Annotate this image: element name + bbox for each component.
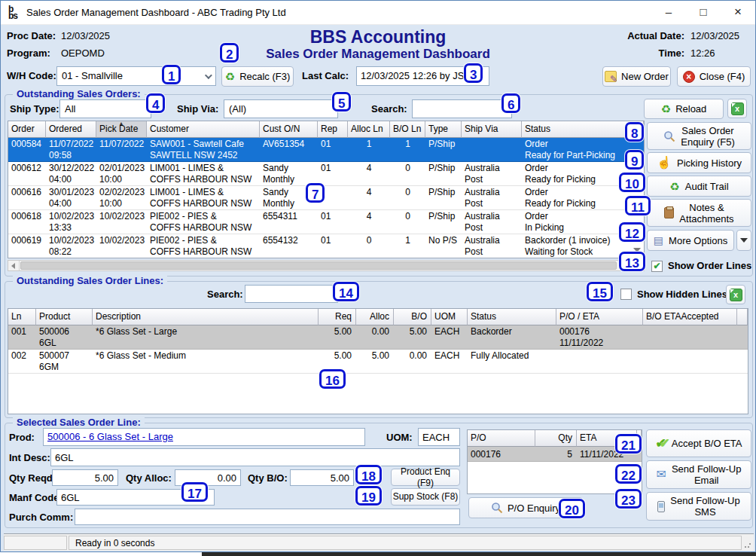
new-order-button[interactable]: ✎ New Order [602,66,671,87]
orders-search-input[interactable] [412,99,512,118]
sales-order-enquiry-button[interactable]: Sales OrderEnquiry (F5) [647,122,751,150]
picking-history-button[interactable]: ☝ Picking History [647,152,751,173]
last-calc-value: 12/03/2025 12:26 by JS2 [361,70,470,81]
qty-bo-field: 5.00 [290,469,354,486]
show-hidden-lines-checkbox[interactable] [620,287,632,301]
sms-label-1: Send Follow-Up [670,495,740,506]
callout-badge-9: 9 [625,150,644,170]
col-bo-eta-accepted[interactable]: B/O ETAAccepted [643,309,737,325]
excel-icon: x [730,289,742,301]
line-row-002[interactable]: 002 5000076GM *6 Glass Set - Medium 5.00… [8,350,748,374]
ship-type-combobox[interactable]: All [59,99,151,118]
callout-badge-5: 5 [332,92,351,112]
col-po-qty[interactable]: Qty [535,430,577,447]
reload-label: Reload [675,103,706,115]
phone-icon [657,501,665,512]
col-ordered[interactable]: Ordered [46,121,96,138]
notes-attachments-button[interactable]: Notes &Attachments [647,199,751,227]
status-bar: Ready in 0 seconds [4,533,754,551]
col-rep[interactable]: Rep [318,121,348,138]
product-link[interactable]: 500006 - 6 Glass Set - Large [47,431,173,442]
callout-badge-11: 11 [625,196,651,215]
col-description[interactable]: Description [93,309,319,325]
checkbox-unchecked-icon [620,289,632,300]
orders-search-label: Search: [371,103,407,115]
recalc-label: Recalc (F3) [239,71,290,82]
col-cust-on[interactable]: Cust O/N [260,121,318,138]
col-req[interactable]: Req [319,309,356,325]
scroll-left-icon[interactable] [8,261,20,270]
orders-export-excel-button[interactable]: x [727,99,747,118]
close-button[interactable]: × Close (F4) [677,66,751,87]
lines-section-title: Outstanding Sales Order Lines: [13,275,167,286]
send-followup-email-button[interactable]: ✉ Send Follow-UpEmail [646,460,751,489]
close-window-button[interactable]: × [721,1,755,25]
clipboard-icon [664,207,674,218]
col-po-number[interactable]: P/O [468,430,535,447]
col-ship-via[interactable]: Ship Via [462,121,522,138]
hand-icon: ☝ [657,157,672,169]
col-customer[interactable]: Customer [147,121,260,138]
ship-via-combobox[interactable]: (All) [224,99,338,118]
recalc-button[interactable]: ♻ Recalc (F3) [221,66,294,87]
new-order-icon: ✎ [605,71,617,82]
callout-badge-23: 23 [615,489,642,509]
new-order-label: New Order [621,71,669,82]
more-options-dropdown-button[interactable] [736,230,751,251]
purch-comm-field [75,509,460,525]
int-desc-field: 6GL [50,448,460,466]
col-bo-ln[interactable]: B/O Ln [390,121,425,138]
wh-code-combobox[interactable]: 01 - Smallville [56,66,216,86]
col-line-status[interactable]: Status [468,309,556,325]
accept-bo-eta-button[interactable]: ✔ Accept B/O ETA [646,429,751,457]
show-order-lines-checkbox[interactable]: ✔ [651,259,663,273]
order-row-000584[interactable]: 000584 11/07/202209:58 11/07/2022 SAW001… [8,138,644,162]
show-order-lines-label: Show Order Lines [668,260,751,271]
scrollbar-thumb[interactable] [20,261,617,270]
more-options-button[interactable]: ▤ More Options [647,230,734,251]
product-enq-button[interactable]: Product Enq (F9) [391,469,460,486]
col-ln[interactable]: Ln [8,309,36,325]
lines-search-input[interactable] [245,285,338,303]
order-row-000616[interactable]: 000616 30/01/202304:00 02/02/202310:00 L… [8,186,644,210]
email-label-1: Send Follow-Up [672,463,742,475]
col-type[interactable]: Type [425,121,462,138]
resize-grip[interactable] [744,541,751,548]
notes-label-2: Attachments [679,213,733,225]
callout-badge-1: 1 [162,65,181,84]
order-row-000612[interactable]: 000612 30/12/202204:00 02/01/202310:00 L… [8,162,644,186]
callout-badge-20: 20 [559,499,585,518]
magnifier-icon [663,130,675,142]
audit-trail-button[interactable]: ♻ Audit Trail [647,176,751,197]
reload-button[interactable]: ♻ Reload [644,99,724,119]
close-circle-icon: × [683,71,695,83]
lines-search-label: Search: [207,289,243,300]
show-hidden-lines-label: Show Hidden Lines [637,289,727,300]
col-alloc-ln[interactable]: Alloc Ln [348,121,390,138]
col-bo[interactable]: B/O [394,309,431,325]
maximize-button[interactable]: □ [686,1,721,25]
orders-horizontal-scrollbar[interactable] [8,260,645,271]
orders-section-title: Outstanding Sales Orders: [13,88,145,99]
send-followup-sms-button[interactable]: Send Follow-UpSMS [646,492,751,521]
more-options-label: More Options [669,235,727,246]
excel-icon: x [731,102,744,115]
callout-badge-17: 17 [181,482,208,502]
line-row-001[interactable]: 001 5000066GL *6 Glass Set - Large 5.00 … [8,325,748,350]
col-filler [737,309,748,325]
col-alloc[interactable]: Alloc [356,309,394,325]
order-row-000618[interactable]: 000618 10/02/202313:33 10/02/2023 PIE002… [8,210,644,234]
application-window: bbs Sales Order Management Dashboard - A… [0,0,756,556]
callout-badge-14: 14 [333,282,359,301]
col-uom[interactable]: UOM [431,309,468,325]
col-pick-date[interactable]: ▲Pick Date [96,121,147,138]
order-row-000619[interactable]: 000619 10/02/202308:22 10/02/2023 PIE002… [8,234,644,258]
col-product[interactable]: Product [36,309,93,325]
col-po-eta[interactable]: P/O / ETA [556,309,643,325]
supp-stock-button[interactable]: Supp Stock (F8) [391,488,460,506]
lines-export-excel-button[interactable]: x [726,285,745,304]
col-order[interactable]: Order [8,121,46,138]
minimize-button[interactable]: – [651,1,686,25]
notes-label-1: Notes & [689,202,724,213]
wh-code-value: 01 - Smallville [62,70,123,81]
